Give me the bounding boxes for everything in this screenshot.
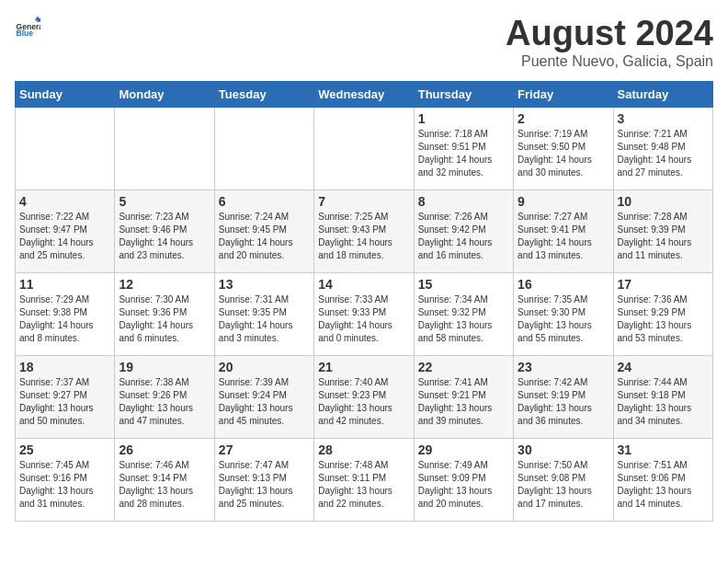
header-cell-thursday: Thursday bbox=[414, 81, 513, 107]
day-cell: 2Sunrise: 7:19 AM Sunset: 9:50 PM Daylig… bbox=[514, 107, 613, 190]
calendar-header: SundayMondayTuesdayWednesdayThursdayFrid… bbox=[16, 81, 713, 107]
day-number: 29 bbox=[418, 442, 509, 457]
day-number: 25 bbox=[19, 442, 110, 457]
header-row: SundayMondayTuesdayWednesdayThursdayFrid… bbox=[16, 81, 713, 107]
day-info: Sunrise: 7:21 AM Sunset: 9:48 PM Dayligh… bbox=[618, 128, 709, 179]
day-number: 13 bbox=[219, 277, 310, 292]
day-info: Sunrise: 7:44 AM Sunset: 9:18 PM Dayligh… bbox=[618, 376, 709, 428]
day-cell: 10Sunrise: 7:28 AM Sunset: 9:39 PM Dayli… bbox=[613, 190, 712, 272]
day-cell: 9Sunrise: 7:27 AM Sunset: 9:41 PM Daylig… bbox=[514, 190, 613, 272]
week-row-1: 1Sunrise: 7:18 AM Sunset: 9:51 PM Daylig… bbox=[16, 107, 713, 190]
day-number: 24 bbox=[618, 360, 709, 374]
day-cell: 7Sunrise: 7:25 AM Sunset: 9:43 PM Daylig… bbox=[314, 190, 414, 272]
day-info: Sunrise: 7:27 AM Sunset: 9:41 PM Dayligh… bbox=[518, 211, 609, 262]
day-info: Sunrise: 7:29 AM Sunset: 9:38 PM Dayligh… bbox=[19, 293, 110, 345]
day-number: 31 bbox=[618, 442, 709, 457]
day-number: 22 bbox=[418, 360, 509, 374]
month-title: August 2024 bbox=[506, 15, 713, 53]
day-cell: 17Sunrise: 7:36 AM Sunset: 9:29 PM Dayli… bbox=[613, 272, 712, 355]
day-cell bbox=[314, 107, 414, 190]
day-info: Sunrise: 7:42 AM Sunset: 9:19 PM Dayligh… bbox=[518, 376, 609, 428]
day-info: Sunrise: 7:34 AM Sunset: 9:32 PM Dayligh… bbox=[418, 293, 509, 345]
day-info: Sunrise: 7:33 AM Sunset: 9:33 PM Dayligh… bbox=[318, 293, 409, 345]
day-cell: 20Sunrise: 7:39 AM Sunset: 9:24 PM Dayli… bbox=[214, 355, 313, 438]
week-row-2: 4Sunrise: 7:22 AM Sunset: 9:47 PM Daylig… bbox=[16, 190, 713, 272]
day-info: Sunrise: 7:41 AM Sunset: 9:21 PM Dayligh… bbox=[418, 376, 509, 428]
header-cell-monday: Monday bbox=[115, 81, 214, 107]
day-info: Sunrise: 7:45 AM Sunset: 9:16 PM Dayligh… bbox=[19, 459, 110, 511]
day-info: Sunrise: 7:19 AM Sunset: 9:50 PM Dayligh… bbox=[518, 128, 609, 179]
day-number: 5 bbox=[119, 194, 210, 209]
day-info: Sunrise: 7:35 AM Sunset: 9:30 PM Dayligh… bbox=[518, 293, 609, 345]
day-cell: 3Sunrise: 7:21 AM Sunset: 9:48 PM Daylig… bbox=[613, 107, 712, 190]
day-number: 23 bbox=[518, 360, 609, 374]
day-number: 17 bbox=[618, 277, 709, 292]
logo: General Blue bbox=[15, 15, 40, 40]
day-number: 1 bbox=[418, 111, 509, 126]
day-cell: 24Sunrise: 7:44 AM Sunset: 9:18 PM Dayli… bbox=[613, 355, 712, 438]
day-cell: 11Sunrise: 7:29 AM Sunset: 9:38 PM Dayli… bbox=[16, 272, 115, 355]
svg-text:Blue: Blue bbox=[17, 29, 34, 38]
day-info: Sunrise: 7:26 AM Sunset: 9:42 PM Dayligh… bbox=[418, 211, 509, 262]
day-info: Sunrise: 7:39 AM Sunset: 9:24 PM Dayligh… bbox=[219, 376, 310, 428]
header-cell-saturday: Saturday bbox=[613, 81, 712, 107]
day-cell: 31Sunrise: 7:51 AM Sunset: 9:06 PM Dayli… bbox=[613, 438, 712, 521]
day-info: Sunrise: 7:48 AM Sunset: 9:11 PM Dayligh… bbox=[318, 459, 409, 511]
day-number: 9 bbox=[518, 194, 609, 209]
day-cell: 5Sunrise: 7:23 AM Sunset: 9:46 PM Daylig… bbox=[115, 190, 214, 272]
day-info: Sunrise: 7:40 AM Sunset: 9:23 PM Dayligh… bbox=[318, 376, 409, 428]
day-number: 30 bbox=[518, 442, 609, 457]
day-number: 21 bbox=[318, 360, 409, 374]
day-number: 20 bbox=[219, 360, 310, 374]
day-number: 26 bbox=[119, 442, 210, 457]
day-info: Sunrise: 7:24 AM Sunset: 9:45 PM Dayligh… bbox=[219, 211, 310, 262]
day-info: Sunrise: 7:37 AM Sunset: 9:27 PM Dayligh… bbox=[19, 376, 110, 428]
day-number: 3 bbox=[618, 111, 709, 126]
day-info: Sunrise: 7:25 AM Sunset: 9:43 PM Dayligh… bbox=[318, 211, 409, 262]
day-cell: 8Sunrise: 7:26 AM Sunset: 9:42 PM Daylig… bbox=[414, 190, 513, 272]
day-cell: 12Sunrise: 7:30 AM Sunset: 9:36 PM Dayli… bbox=[115, 272, 214, 355]
day-number: 10 bbox=[618, 194, 709, 209]
day-number: 15 bbox=[418, 277, 509, 292]
day-cell: 4Sunrise: 7:22 AM Sunset: 9:47 PM Daylig… bbox=[16, 190, 115, 272]
calendar-body: 1Sunrise: 7:18 AM Sunset: 9:51 PM Daylig… bbox=[16, 107, 713, 521]
day-number: 28 bbox=[318, 442, 409, 457]
day-cell: 28Sunrise: 7:48 AM Sunset: 9:11 PM Dayli… bbox=[314, 438, 414, 521]
day-number: 2 bbox=[518, 111, 609, 126]
location-title: Puente Nuevo, Galicia, Spain bbox=[506, 53, 713, 70]
day-cell: 23Sunrise: 7:42 AM Sunset: 9:19 PM Dayli… bbox=[514, 355, 613, 438]
day-info: Sunrise: 7:46 AM Sunset: 9:14 PM Dayligh… bbox=[119, 459, 210, 511]
day-number: 14 bbox=[318, 277, 409, 292]
calendar-table: SundayMondayTuesdayWednesdayThursdayFrid… bbox=[15, 81, 713, 522]
day-cell: 25Sunrise: 7:45 AM Sunset: 9:16 PM Dayli… bbox=[16, 438, 115, 521]
day-number: 12 bbox=[119, 277, 210, 292]
header-cell-friday: Friday bbox=[514, 81, 613, 107]
day-info: Sunrise: 7:28 AM Sunset: 9:39 PM Dayligh… bbox=[618, 211, 709, 262]
day-cell bbox=[214, 107, 313, 190]
day-cell: 13Sunrise: 7:31 AM Sunset: 9:35 PM Dayli… bbox=[214, 272, 313, 355]
day-number: 8 bbox=[418, 194, 509, 209]
day-cell bbox=[16, 107, 115, 190]
day-info: Sunrise: 7:23 AM Sunset: 9:46 PM Dayligh… bbox=[119, 211, 210, 262]
day-cell: 22Sunrise: 7:41 AM Sunset: 9:21 PM Dayli… bbox=[414, 355, 513, 438]
day-cell: 14Sunrise: 7:33 AM Sunset: 9:33 PM Dayli… bbox=[314, 272, 414, 355]
day-info: Sunrise: 7:49 AM Sunset: 9:09 PM Dayligh… bbox=[418, 459, 509, 511]
day-cell: 1Sunrise: 7:18 AM Sunset: 9:51 PM Daylig… bbox=[414, 107, 513, 190]
day-number: 27 bbox=[219, 442, 310, 457]
day-info: Sunrise: 7:50 AM Sunset: 9:08 PM Dayligh… bbox=[518, 459, 609, 511]
day-cell: 18Sunrise: 7:37 AM Sunset: 9:27 PM Dayli… bbox=[16, 355, 115, 438]
day-info: Sunrise: 7:18 AM Sunset: 9:51 PM Dayligh… bbox=[418, 128, 509, 179]
day-info: Sunrise: 7:22 AM Sunset: 9:47 PM Dayligh… bbox=[19, 211, 110, 262]
logo-icon: General Blue bbox=[15, 15, 40, 40]
day-cell: 19Sunrise: 7:38 AM Sunset: 9:26 PM Dayli… bbox=[115, 355, 214, 438]
day-info: Sunrise: 7:36 AM Sunset: 9:29 PM Dayligh… bbox=[618, 293, 709, 345]
day-info: Sunrise: 7:51 AM Sunset: 9:06 PM Dayligh… bbox=[618, 459, 709, 511]
day-cell: 6Sunrise: 7:24 AM Sunset: 9:45 PM Daylig… bbox=[214, 190, 313, 272]
week-row-4: 18Sunrise: 7:37 AM Sunset: 9:27 PM Dayli… bbox=[16, 355, 713, 438]
week-row-5: 25Sunrise: 7:45 AM Sunset: 9:16 PM Dayli… bbox=[16, 438, 713, 521]
header: General Blue August 2024 Puente Nuevo, G… bbox=[15, 15, 713, 70]
day-number: 16 bbox=[518, 277, 609, 292]
header-cell-tuesday: Tuesday bbox=[214, 81, 313, 107]
day-cell: 29Sunrise: 7:49 AM Sunset: 9:09 PM Dayli… bbox=[414, 438, 513, 521]
title-area: August 2024 Puente Nuevo, Galicia, Spain bbox=[506, 15, 713, 70]
